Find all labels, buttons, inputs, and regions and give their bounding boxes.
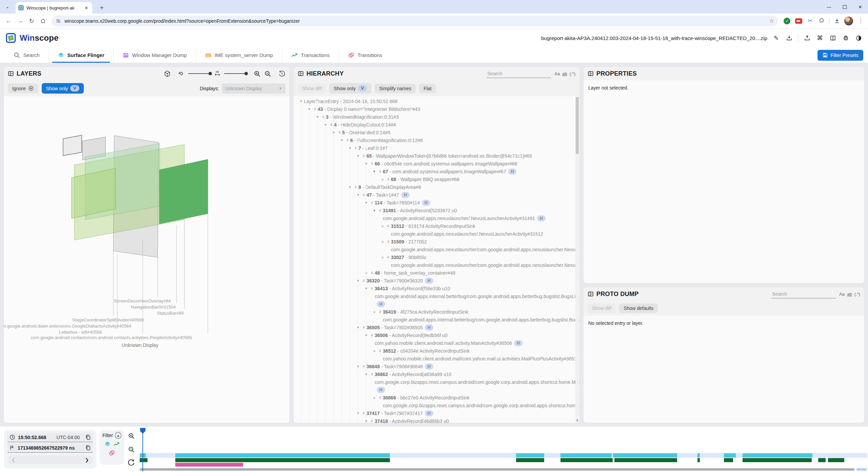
spacing-slider[interactable] — [224, 73, 246, 74]
tree-row[interactable]: ▼ 37417 - Task=7907#37417H — [294, 410, 579, 417]
expander-icon[interactable]: ▼ — [315, 113, 320, 121]
maximize-button[interactable] — [837, 0, 852, 14]
pin-icon[interactable] — [369, 417, 375, 423]
sf-trace-segment[interactable] — [697, 453, 700, 457]
timeline-zoom-out-icon[interactable] — [127, 445, 136, 454]
tab-list-chevron-icon[interactable]: ⌄ — [3, 2, 12, 12]
pin-icon[interactable] — [377, 308, 383, 315]
timeline-cursor-marker[interactable] — [140, 428, 145, 434]
home-icon[interactable] — [38, 16, 48, 26]
expander-icon[interactable]: ▼ — [355, 191, 361, 199]
pin-icon[interactable] — [369, 160, 375, 166]
tree-row[interactable]: ▼ 114 - Task=7650#114H — [294, 199, 579, 207]
collapse-panel-icon[interactable] — [8, 71, 14, 77]
pin-icon[interactable] — [369, 285, 375, 291]
expander-icon[interactable]: ▼ — [355, 277, 361, 285]
tree-row[interactable]: ▼ 5 - OneHanded:0:14#5 — [294, 129, 579, 137]
extension-scissors-icon[interactable]: ✂ — [806, 17, 814, 25]
pin-icon[interactable] — [377, 207, 383, 213]
layers-3d-canvas[interactable]: ScreenDecorHwcOverlay#64NavigationBar0#3… — [4, 96, 290, 423]
match-case-icon[interactable]: Aa — [554, 71, 560, 76]
tree-row[interactable]: ● 36419 - 4f275ca ActivityRecordInputSin… — [294, 308, 579, 324]
extension-check-icon[interactable]: ✓ — [783, 17, 791, 25]
tree-row[interactable]: ▼ 36862 - ActivityRecord{a836a99 u10 com… — [294, 371, 579, 394]
extensions-puzzle-icon[interactable] — [817, 17, 826, 25]
expander-icon[interactable]: ▼ — [339, 137, 344, 144]
expander-icon[interactable]: ▼ — [372, 207, 377, 215]
match-word-icon[interactable]: ab — [562, 71, 567, 76]
upload-icon[interactable] — [803, 34, 811, 42]
leaf-bullet-icon[interactable]: ● — [380, 176, 385, 183]
leaf-bullet-icon[interactable]: ● — [372, 347, 377, 355]
timeline-scrollbar-selection[interactable] — [856, 468, 867, 471]
sf-trace-segment[interactable] — [516, 453, 544, 457]
expander-icon[interactable]: ▼ — [347, 144, 353, 152]
timeline-track-area[interactable]: ▲ — [139, 428, 867, 472]
filter-presets-button[interactable]: Filter Presets — [817, 50, 863, 61]
regex-icon[interactable]: (.*) — [570, 71, 575, 76]
omnibox[interactable]: winscope.teams.x20web.corp.google.com/pr… — [52, 16, 778, 26]
collapse-panel-icon[interactable] — [298, 71, 304, 77]
transactions-trace-segment[interactable] — [724, 458, 733, 462]
profile-avatar[interactable] — [844, 17, 853, 25]
site-settings-icon[interactable] — [56, 18, 61, 24]
zoom-out-icon[interactable] — [264, 70, 271, 77]
tree-row[interactable]: ▼ LayerTraceEntry - 2024-04-18, 15:50:52… — [294, 98, 579, 105]
tree-row[interactable]: ● 68 - Wallpaper BBQ wrapper#68 — [294, 176, 579, 183]
tree-row[interactable]: ● 31509 - 2177052 com.google.android.app… — [294, 238, 579, 254]
back-icon[interactable]: ← — [3, 16, 14, 26]
leaf-bullet-icon[interactable]: ● — [372, 308, 377, 316]
zoom-in-icon[interactable] — [254, 70, 261, 77]
forward-icon[interactable]: → — [15, 16, 25, 26]
pin-icon[interactable] — [369, 269, 375, 276]
collapse-panel-icon[interactable] — [588, 71, 594, 77]
pin-icon[interactable] — [385, 254, 391, 260]
tree-row[interactable]: ▼ 36848 - Task=7906#36848H — [294, 363, 579, 371]
timeline-zoom-in-icon[interactable] — [127, 431, 136, 440]
reset-view-icon[interactable] — [278, 70, 285, 77]
previous-entry-icon[interactable]: ❮ — [12, 457, 15, 463]
ns-time-row[interactable]: 1713469852667522979 ns — [7, 443, 93, 453]
hierarchy-search-input[interactable] — [487, 70, 551, 78]
simplify-names-button[interactable]: Simplify names — [375, 84, 416, 93]
reload-icon[interactable]: ↻ — [26, 16, 37, 26]
expander-icon[interactable]: ▼ — [363, 417, 369, 423]
tree-row[interactable]: ● 31512 - 81917d ActivityRecordInputSink… — [294, 222, 579, 238]
human-time-row[interactable]: 15:50:52.668 UTC-04:00 — [7, 433, 93, 442]
extension-red-icon[interactable]: ▶▶ — [794, 17, 803, 25]
timeline-scrollbar[interactable] — [140, 468, 854, 471]
tree-row[interactable]: ▼ 65 - WallpaperWindowToken{87b6d66 toke… — [294, 152, 579, 160]
transactions-trace-segment[interactable] — [516, 458, 544, 462]
sf-trace-segment[interactable] — [743, 453, 812, 457]
tree-row[interactable]: ▼ 7 - Leaf:0:1#7 — [294, 144, 579, 152]
transactions-trace-segment[interactable] — [828, 458, 844, 462]
dark-mode-icon[interactable] — [854, 34, 863, 42]
transactions-trace-segment[interactable] — [560, 458, 613, 462]
browser-menu-icon[interactable]: ⋮ — [856, 17, 865, 25]
tree-row[interactable]: ● 36512 - c04204e ActivityRecordInputSin… — [294, 347, 579, 363]
tree-row[interactable]: ▼ 36506 - ActivityRecord{9edb56f u0 com.… — [294, 332, 579, 347]
tree-row[interactable]: ▼ 36320 - Task=7900#36320H — [294, 277, 579, 285]
transactions-trace-segment[interactable] — [818, 458, 826, 462]
sf-trace-segment[interactable] — [724, 453, 736, 457]
tree-row[interactable]: ▼ 8 - DefaultTaskDisplayArea#8 — [294, 183, 579, 191]
expander-icon[interactable]: ▼ — [323, 121, 328, 129]
transactions-trace-segment[interactable] — [743, 458, 812, 462]
match-word-icon[interactable]: ab — [847, 292, 852, 297]
expander-icon[interactable]: ▼ — [363, 199, 369, 207]
minimize-button[interactable]: — — [821, 0, 837, 14]
expander-icon[interactable]: ▼ — [355, 410, 361, 417]
trace-tab-window-manager-dump[interactable]: Window Manager Dump — [113, 47, 196, 63]
transactions-trace-icon[interactable] — [113, 441, 120, 448]
pin-icon[interactable] — [385, 176, 391, 182]
copy-ns-icon[interactable] — [85, 445, 91, 451]
expander-icon[interactable]: ▼ — [372, 168, 377, 176]
download-traces-icon[interactable] — [785, 34, 793, 42]
tree-row[interactable]: ▼ 6 - FullscreenMagnification:0:12#6 — [294, 137, 579, 144]
leaf-bullet-icon[interactable]: ● — [380, 254, 385, 261]
edit-filename-icon[interactable]: ✎ — [772, 34, 780, 42]
bookmark-star-icon[interactable]: ☆ — [769, 18, 774, 24]
tree-row[interactable]: ▼ 66 - c6c854e com.android.systemui.wall… — [294, 160, 579, 168]
tree-row[interactable]: ● 48 - home_task_overlay_container#48 — [294, 269, 579, 277]
surface-flinger-trace-icon[interactable] — [104, 441, 111, 448]
